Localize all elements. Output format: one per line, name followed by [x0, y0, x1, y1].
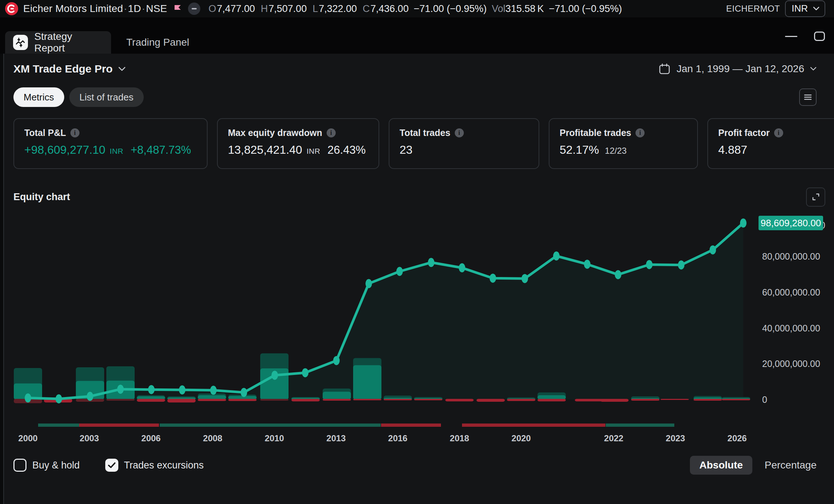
pill-list-of-trades[interactable]: List of trades — [69, 87, 144, 107]
tab-strategy-report-label: Strategy Report — [34, 31, 103, 54]
change-value-2: −71.00 (−0.95%) — [549, 3, 622, 15]
buy-and-hold-label: Buy & hold — [32, 460, 80, 471]
chevron-down-icon — [813, 7, 819, 11]
symbol-title[interactable]: Eicher Motors Limited·1D·NSE — [23, 3, 167, 15]
restore-button[interactable] — [811, 28, 827, 44]
expand-icon — [811, 192, 821, 202]
strategy-selector[interactable]: XM Trade Edge Pro — [13, 63, 126, 75]
svg-text:2016: 2016 — [388, 433, 407, 443]
svg-text:98,609,280.00: 98,609,280.00 — [761, 218, 821, 228]
svg-text:2023: 2023 — [666, 433, 685, 443]
info-icon[interactable]: i — [774, 128, 783, 137]
equity-chart: 2000200320062008201020132016201820202022… — [0, 212, 834, 451]
svg-text:0: 0 — [762, 394, 767, 405]
chevron-down-icon — [810, 67, 817, 71]
tab-strategy-report[interactable]: Strategy Report — [5, 31, 111, 54]
open-value: O7,477.00 — [208, 3, 255, 15]
metric-value: 13,825,421.40 — [228, 143, 302, 157]
metric-label: Total P&L — [24, 128, 66, 138]
svg-text:2010: 2010 — [265, 433, 284, 443]
info-icon[interactable]: i — [327, 128, 336, 137]
panel-left-edge[interactable] — [0, 54, 4, 504]
metric-label: Profit factor — [718, 128, 770, 138]
chevron-down-icon — [118, 67, 126, 71]
metric-cards: Total P&Li +98,609,277.10INR+8,487.73% M… — [13, 118, 834, 169]
buy-and-hold-toggle[interactable]: Buy & hold — [13, 459, 80, 472]
svg-text:2022: 2022 — [604, 433, 623, 443]
svg-text:2006: 2006 — [141, 433, 160, 443]
symbol-interval: 1D — [128, 3, 141, 14]
strategy-tester-icon — [13, 35, 28, 50]
check-icon — [108, 462, 116, 468]
trades-excursions-checkbox[interactable] — [105, 459, 118, 472]
trades-excursions-toggle[interactable]: Trades excursions — [105, 459, 204, 472]
expand-chart-button[interactable] — [806, 187, 825, 207]
equity-chart-title: Equity chart — [13, 191, 70, 203]
volume-value: Vol315.58 K — [492, 3, 544, 15]
flag-icon[interactable] — [172, 3, 183, 14]
value-mode-switch: Absolute Percentage — [690, 456, 817, 475]
svg-text:2013: 2013 — [326, 433, 346, 443]
card-profitable-trades: Profitable tradesi 52.17%12/23 — [549, 118, 698, 169]
svg-text:40,000,000.00: 40,000,000.00 — [762, 323, 820, 333]
metric-value: +98,609,277.10 — [24, 143, 105, 157]
svg-text:60,000,000.00: 60,000,000.00 — [762, 287, 820, 297]
list-icon — [803, 92, 813, 102]
metric-value: 52.17% — [560, 143, 599, 157]
svg-text:2020: 2020 — [511, 433, 531, 443]
pill-metrics[interactable]: Metrics — [13, 87, 64, 107]
change-value: −71.00 (−0.95%) — [414, 3, 487, 15]
currency-select[interactable]: INR — [785, 0, 825, 17]
hide-indicator-button[interactable] — [188, 3, 200, 15]
svg-text:2026: 2026 — [727, 433, 747, 443]
info-icon[interactable]: i — [70, 128, 79, 137]
info-icon[interactable]: i — [455, 128, 464, 137]
metric-value: 23 — [400, 143, 413, 157]
report-layout-button[interactable] — [799, 88, 817, 106]
symbol-exchange: NSE — [146, 3, 167, 14]
close-value: C7,436.00 — [363, 3, 409, 15]
card-profit-factor: Profit factori 4.887 — [707, 118, 834, 169]
symbol-logo-icon — [5, 2, 18, 15]
trades-excursions-label: Trades excursions — [124, 460, 204, 471]
ohlc-values: O7,477.00 H7,507.00 L7,322.00 C7,436.00 — [208, 3, 408, 15]
low-value: L7,322.00 — [312, 3, 357, 15]
symbol-name: Eicher Motors Limited — [23, 3, 123, 14]
metric-value: 4.887 — [718, 143, 747, 157]
minimize-button[interactable] — [783, 28, 799, 44]
date-range-label: Jan 1, 1999 — Jan 12, 2026 — [676, 63, 804, 75]
svg-text:2003: 2003 — [79, 433, 99, 443]
equity-chart-svg: 2000200320062008201020132016201820202022… — [0, 212, 834, 451]
date-range-selector[interactable]: Jan 1, 1999 — Jan 12, 2026 — [658, 63, 817, 75]
symbol-toolbar: Eicher Motors Limited·1D·NSE O7,477.00 H… — [0, 0, 834, 17]
ticker-label: EICHERMOT — [726, 4, 780, 14]
svg-text:80,000,000.00: 80,000,000.00 — [762, 251, 820, 261]
buy-and-hold-checkbox[interactable] — [13, 459, 26, 472]
metric-label: Total trades — [400, 128, 450, 138]
svg-text:20,000,000.00: 20,000,000.00 — [762, 359, 820, 369]
strategy-name: XM Trade Edge Pro — [13, 63, 113, 75]
card-total-trades: Total tradesi 23 — [389, 118, 539, 169]
high-value: H7,507.00 — [261, 3, 307, 15]
svg-text:2000: 2000 — [18, 433, 37, 443]
info-icon[interactable]: i — [635, 128, 645, 137]
mode-percentage[interactable]: Percentage — [765, 459, 817, 471]
chart-footer-controls: Buy & hold Trades excursions Absolute Pe… — [0, 454, 834, 476]
metric-label: Profitable trades — [560, 128, 631, 138]
card-total-pnl: Total P&Li +98,609,277.10INR+8,487.73% — [13, 118, 208, 169]
svg-text:2008: 2008 — [203, 433, 222, 443]
strategy-report-content: XM Trade Edge Pro Jan 1, 1999 — Jan 12, … — [0, 54, 834, 504]
calendar-icon — [658, 63, 671, 75]
tab-trading-panel[interactable]: Trading Panel — [111, 31, 204, 54]
mode-absolute[interactable]: Absolute — [690, 456, 752, 475]
panel-window-controls — [783, 28, 827, 44]
svg-text:2018: 2018 — [450, 433, 469, 443]
metric-label: Max equity drawdown — [228, 128, 322, 138]
strategy-panel-tabbar: Strategy Report Trading Panel — [0, 17, 834, 54]
card-max-drawdown: Max equity drawdowni 13,825,421.40INR26.… — [217, 118, 379, 169]
